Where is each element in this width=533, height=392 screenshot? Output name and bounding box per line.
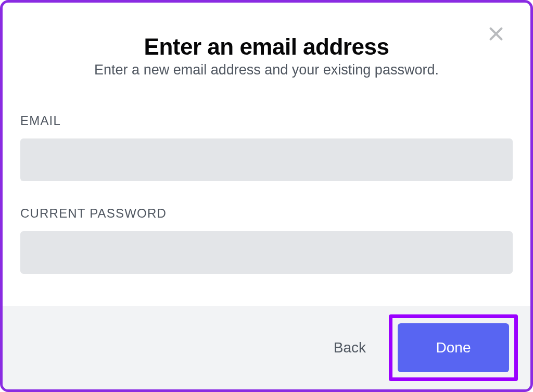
password-label: CURRENT PASSWORD	[20, 206, 513, 221]
done-button[interactable]: Done	[398, 323, 509, 372]
current-password-field[interactable]	[20, 231, 513, 274]
email-label: EMAIL	[20, 113, 513, 128]
modal-subtitle: Enter a new email address and your exist…	[20, 62, 513, 78]
done-highlight-box: Done	[389, 314, 518, 381]
modal-body: Enter an email address Enter a new email…	[3, 3, 530, 306]
close-button[interactable]	[485, 22, 507, 45]
close-icon	[487, 24, 505, 43]
email-field[interactable]	[20, 138, 513, 181]
modal-footer: Back Done	[3, 306, 530, 389]
modal-title: Enter an email address	[20, 34, 513, 60]
email-modal: Enter an email address Enter a new email…	[0, 0, 533, 392]
back-button[interactable]: Back	[322, 330, 377, 365]
